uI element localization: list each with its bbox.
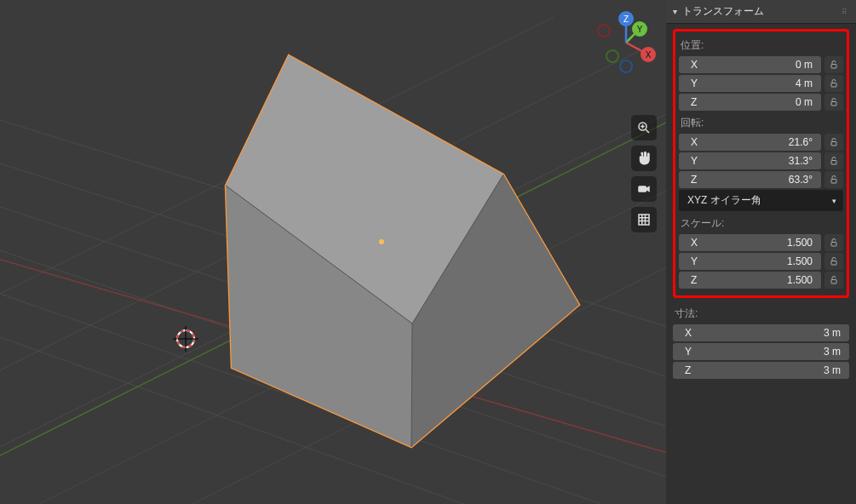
rotation-z-lock[interactable] <box>824 171 843 188</box>
svg-text:Z: Z <box>623 14 629 24</box>
scale-z-field[interactable]: Z 1.500 <box>679 272 821 289</box>
panel-title: トランスフォーム <box>682 4 764 19</box>
cursor-3d[interactable] <box>173 326 198 352</box>
viewport-3d[interactable] <box>0 0 666 504</box>
rotation-mode-dropdown[interactable]: XYZ オイラー角 ▾ <box>679 190 843 211</box>
location-z-field[interactable]: Z 0 m <box>679 94 821 111</box>
location-x-field[interactable]: X 0 m <box>679 56 821 73</box>
camera-view-button[interactable] <box>631 176 657 202</box>
scale-label: スケール: <box>679 213 843 234</box>
svg-rect-42 <box>831 102 836 106</box>
rotation-y-field[interactable]: Y 31.3° <box>679 152 821 169</box>
transform-panel: ▾ トランスフォーム ⠿ 位置: X 0 m Y 4 m <box>666 0 856 504</box>
svg-rect-44 <box>831 161 836 165</box>
rotation-x-lock[interactable] <box>824 134 843 151</box>
svg-rect-40 <box>831 65 836 69</box>
rotation-z-field[interactable]: Z 63.3° <box>679 171 821 188</box>
svg-rect-43 <box>831 142 836 146</box>
svg-text:X: X <box>646 50 652 60</box>
svg-rect-34 <box>638 186 646 192</box>
svg-text:Y: Y <box>637 25 643 34</box>
dimensions-z-field[interactable]: Z 3 m <box>673 362 849 379</box>
navigation-gizmo[interactable]: X Y Z <box>592 9 660 77</box>
pan-button[interactable] <box>631 146 657 171</box>
scale-y-field[interactable]: Y 1.500 <box>679 253 821 270</box>
svg-point-21 <box>598 25 610 37</box>
svg-rect-41 <box>831 83 836 88</box>
drag-handle-icon[interactable]: ⠿ <box>842 8 849 16</box>
perspective-toggle-button[interactable] <box>631 207 657 232</box>
zoom-button[interactable] <box>631 115 657 140</box>
transform-panel-header[interactable]: ▾ トランスフォーム ⠿ <box>666 0 856 24</box>
rotation-label: 回転: <box>679 112 843 134</box>
scale-x-field[interactable]: X 1.500 <box>679 234 821 251</box>
svg-line-31 <box>646 129 649 133</box>
dimensions-label: 寸法: <box>673 303 849 324</box>
rotation-x-field[interactable]: X 21.6° <box>679 134 821 151</box>
object-origin <box>379 239 384 244</box>
svg-rect-46 <box>831 243 836 247</box>
chevron-down-icon: ▾ <box>832 197 836 205</box>
scale-x-lock[interactable] <box>824 234 843 251</box>
location-y-lock[interactable] <box>824 75 843 92</box>
svg-point-22 <box>606 50 618 62</box>
location-x-lock[interactable] <box>824 56 843 73</box>
svg-rect-48 <box>831 280 836 284</box>
location-z-lock[interactable] <box>824 94 843 111</box>
dimensions-y-field[interactable]: Y 3 m <box>673 343 849 360</box>
location-label: 位置: <box>679 35 843 56</box>
svg-rect-47 <box>831 261 836 266</box>
scale-z-lock[interactable] <box>824 272 843 289</box>
svg-point-23 <box>620 60 632 72</box>
rotation-y-lock[interactable] <box>824 152 843 169</box>
svg-rect-35 <box>639 215 649 225</box>
scale-y-lock[interactable] <box>824 253 843 270</box>
chevron-down-icon: ▾ <box>673 7 677 16</box>
location-y-field[interactable]: Y 4 m <box>679 75 821 92</box>
dimensions-x-field[interactable]: X 3 m <box>673 324 849 341</box>
svg-rect-45 <box>831 180 836 184</box>
highlighted-transform-section: 位置: X 0 m Y 4 m <box>673 29 849 298</box>
